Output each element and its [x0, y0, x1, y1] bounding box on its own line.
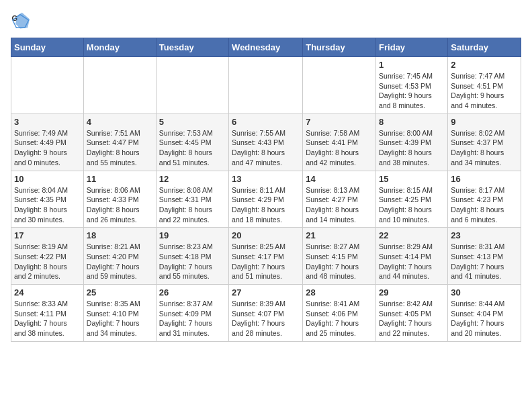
day-detail: Sunrise: 8:31 AM Sunset: 4:13 PM Dayligh… [451, 242, 518, 281]
day-detail: Sunrise: 8:39 AM Sunset: 4:07 PM Dayligh… [232, 299, 300, 338]
day-detail: Sunrise: 8:29 AM Sunset: 4:14 PM Dayligh… [379, 242, 445, 281]
day-detail: Sunrise: 8:33 AM Sunset: 4:11 PM Dayligh… [14, 299, 81, 338]
day-number: 5 [159, 117, 226, 127]
calendar-cell: 20Sunrise: 8:25 AM Sunset: 4:17 PM Dayli… [229, 228, 303, 285]
weekday-header-wednesday: Wednesday [229, 38, 303, 57]
day-number: 6 [232, 117, 300, 127]
calendar-table: SundayMondayTuesdayWednesdayThursdayFrid… [11, 38, 521, 342]
calendar-cell: 8Sunrise: 8:00 AM Sunset: 4:39 PM Daylig… [376, 113, 448, 171]
day-detail: Sunrise: 8:13 AM Sunset: 4:27 PM Dayligh… [306, 185, 373, 225]
calendar-cell: 3Sunrise: 7:49 AM Sunset: 4:49 PM Daylig… [11, 113, 84, 171]
calendar-cell: 24Sunrise: 8:33 AM Sunset: 4:11 PM Dayli… [11, 285, 84, 342]
day-detail: Sunrise: 8:11 AM Sunset: 4:29 PM Dayligh… [232, 185, 300, 225]
day-number: 29 [379, 287, 445, 298]
day-number: 11 [87, 174, 153, 184]
calendar-cell: 18Sunrise: 8:21 AM Sunset: 4:20 PM Dayli… [83, 228, 156, 285]
weekday-header-sunday: Sunday [11, 38, 84, 57]
calendar-cell: 11Sunrise: 8:06 AM Sunset: 4:33 PM Dayli… [83, 171, 156, 228]
calendar-cell: 27Sunrise: 8:39 AM Sunset: 4:07 PM Dayli… [229, 285, 303, 342]
day-number: 8 [379, 117, 445, 127]
day-number: 23 [451, 230, 518, 240]
calendar-cell [229, 57, 303, 114]
day-number: 18 [87, 230, 153, 240]
day-detail: Sunrise: 8:25 AM Sunset: 4:17 PM Dayligh… [232, 242, 300, 281]
weekday-header-friday: Friday [376, 38, 448, 57]
calendar-cell: 28Sunrise: 8:41 AM Sunset: 4:06 PM Dayli… [303, 285, 376, 342]
day-detail: Sunrise: 7:58 AM Sunset: 4:41 PM Dayligh… [306, 128, 373, 168]
day-number: 10 [14, 174, 81, 184]
day-detail: Sunrise: 8:42 AM Sunset: 4:05 PM Dayligh… [379, 299, 445, 338]
logo-icon: G [11, 11, 30, 30]
calendar-cell: 25Sunrise: 8:35 AM Sunset: 4:10 PM Dayli… [83, 285, 156, 342]
calendar-cell [83, 57, 156, 114]
day-number: 16 [451, 174, 518, 184]
calendar-cell: 26Sunrise: 8:37 AM Sunset: 4:09 PM Dayli… [156, 285, 228, 342]
day-detail: Sunrise: 7:45 AM Sunset: 4:53 PM Dayligh… [379, 71, 445, 111]
day-detail: Sunrise: 8:27 AM Sunset: 4:15 PM Dayligh… [306, 242, 373, 281]
calendar-cell: 9Sunrise: 8:02 AM Sunset: 4:37 PM Daylig… [448, 113, 521, 171]
day-detail: Sunrise: 8:04 AM Sunset: 4:35 PM Dayligh… [14, 185, 81, 225]
weekday-header-monday: Monday [83, 38, 156, 57]
day-detail: Sunrise: 8:41 AM Sunset: 4:06 PM Dayligh… [306, 299, 373, 338]
day-detail: Sunrise: 8:06 AM Sunset: 4:33 PM Dayligh… [87, 185, 153, 225]
day-number: 30 [451, 287, 518, 298]
day-number: 19 [159, 230, 226, 240]
calendar-cell: 15Sunrise: 8:15 AM Sunset: 4:25 PM Dayli… [376, 171, 448, 228]
calendar-cell: 12Sunrise: 8:08 AM Sunset: 4:31 PM Dayli… [156, 171, 228, 228]
weekday-header-thursday: Thursday [303, 38, 376, 57]
day-detail: Sunrise: 8:08 AM Sunset: 4:31 PM Dayligh… [159, 185, 226, 225]
svg-marker-2 [15, 13, 30, 29]
calendar-cell: 7Sunrise: 7:58 AM Sunset: 4:41 PM Daylig… [303, 113, 376, 171]
calendar-cell: 2Sunrise: 7:47 AM Sunset: 4:51 PM Daylig… [448, 57, 521, 114]
day-number: 9 [451, 117, 518, 127]
day-detail: Sunrise: 7:51 AM Sunset: 4:47 PM Dayligh… [87, 128, 153, 168]
day-detail: Sunrise: 8:35 AM Sunset: 4:10 PM Dayligh… [87, 299, 153, 338]
calendar-cell: 30Sunrise: 8:44 AM Sunset: 4:04 PM Dayli… [448, 285, 521, 342]
day-number: 2 [451, 60, 518, 70]
calendar-cell: 5Sunrise: 7:53 AM Sunset: 4:45 PM Daylig… [156, 113, 228, 171]
day-number: 28 [306, 287, 373, 298]
day-detail: Sunrise: 7:55 AM Sunset: 4:43 PM Dayligh… [232, 128, 300, 168]
day-number: 20 [232, 230, 300, 240]
day-detail: Sunrise: 8:19 AM Sunset: 4:22 PM Dayligh… [14, 242, 81, 281]
day-detail: Sunrise: 8:02 AM Sunset: 4:37 PM Dayligh… [451, 128, 518, 168]
day-number: 13 [232, 174, 300, 184]
weekday-header-saturday: Saturday [448, 38, 521, 57]
calendar-cell: 17Sunrise: 8:19 AM Sunset: 4:22 PM Dayli… [11, 228, 84, 285]
day-detail: Sunrise: 8:15 AM Sunset: 4:25 PM Dayligh… [379, 185, 445, 225]
day-number: 3 [14, 117, 81, 127]
day-detail: Sunrise: 8:44 AM Sunset: 4:04 PM Dayligh… [451, 299, 518, 338]
day-number: 17 [14, 230, 81, 240]
day-detail: Sunrise: 8:23 AM Sunset: 4:18 PM Dayligh… [159, 242, 226, 281]
day-detail: Sunrise: 8:37 AM Sunset: 4:09 PM Dayligh… [159, 299, 226, 338]
calendar-cell: 29Sunrise: 8:42 AM Sunset: 4:05 PM Dayli… [376, 285, 448, 342]
day-number: 26 [159, 287, 226, 298]
calendar-cell: 4Sunrise: 7:51 AM Sunset: 4:47 PM Daylig… [83, 113, 156, 171]
day-detail: Sunrise: 8:21 AM Sunset: 4:20 PM Dayligh… [87, 242, 153, 281]
day-detail: Sunrise: 8:17 AM Sunset: 4:23 PM Dayligh… [451, 185, 518, 225]
calendar-cell: 10Sunrise: 8:04 AM Sunset: 4:35 PM Dayli… [11, 171, 84, 228]
calendar-cell: 23Sunrise: 8:31 AM Sunset: 4:13 PM Dayli… [448, 228, 521, 285]
calendar-cell: 16Sunrise: 8:17 AM Sunset: 4:23 PM Dayli… [448, 171, 521, 228]
day-number: 14 [306, 174, 373, 184]
day-number: 24 [14, 287, 81, 298]
logo: G [11, 11, 32, 30]
calendar-cell: 1Sunrise: 7:45 AM Sunset: 4:53 PM Daylig… [376, 57, 448, 114]
calendar-cell [156, 57, 228, 114]
day-number: 7 [306, 117, 373, 127]
weekday-header-tuesday: Tuesday [156, 38, 228, 57]
day-number: 21 [306, 230, 373, 240]
calendar-cell: 21Sunrise: 8:27 AM Sunset: 4:15 PM Dayli… [303, 228, 376, 285]
day-number: 27 [232, 287, 300, 298]
calendar-cell: 19Sunrise: 8:23 AM Sunset: 4:18 PM Dayli… [156, 228, 228, 285]
calendar-cell: 22Sunrise: 8:29 AM Sunset: 4:14 PM Dayli… [376, 228, 448, 285]
calendar-cell: 13Sunrise: 8:11 AM Sunset: 4:29 PM Dayli… [229, 171, 303, 228]
page-header: G [11, 11, 521, 30]
day-number: 15 [379, 174, 445, 184]
calendar-cell: 6Sunrise: 7:55 AM Sunset: 4:43 PM Daylig… [229, 113, 303, 171]
day-detail: Sunrise: 7:47 AM Sunset: 4:51 PM Dayligh… [451, 71, 518, 111]
calendar-cell: 14Sunrise: 8:13 AM Sunset: 4:27 PM Dayli… [303, 171, 376, 228]
day-number: 25 [87, 287, 153, 298]
day-number: 4 [87, 117, 153, 127]
day-detail: Sunrise: 7:53 AM Sunset: 4:45 PM Dayligh… [159, 128, 226, 168]
